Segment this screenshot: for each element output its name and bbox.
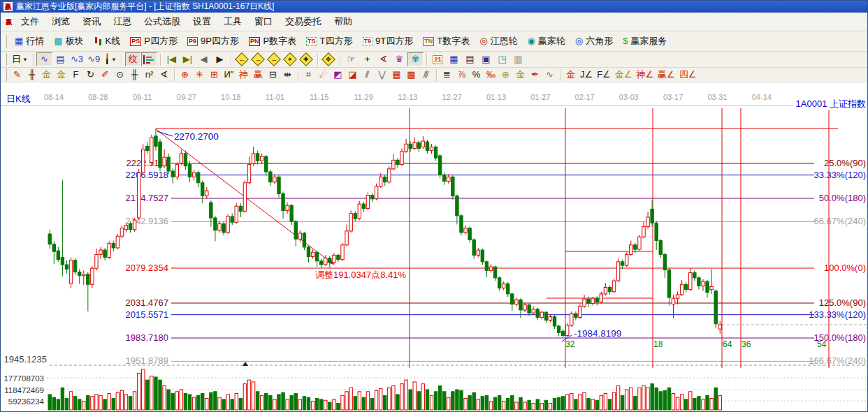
angle-measure-button[interactable]: ∢ — [375, 52, 391, 66]
zoom-expand-button[interactable]: ✚ — [298, 52, 314, 66]
gold-comb-2-button[interactable]: 金 — [54, 68, 68, 81]
brush-tool-button[interactable]: ✎ — [10, 68, 24, 81]
app-menu-icon[interactable]: 赢 — [4, 17, 13, 27]
gold-angle-button[interactable]: 金∠ — [613, 68, 635, 81]
percent-button[interactable]: % — [469, 68, 484, 81]
memo-note-button[interactable]: ▤ — [462, 52, 478, 66]
ladder-percent-button[interactable]: ≣ — [440, 68, 454, 81]
red-brush-button[interactable]: ✐ — [98, 68, 113, 81]
t-square-button[interactable]: TST四方形 — [301, 32, 357, 50]
menu-browse[interactable]: 浏览 — [45, 13, 76, 30]
menu-formula-stock-pick[interactable]: 公式选股 — [138, 13, 187, 30]
trend-rays-button[interactable]: ⫽ — [360, 68, 375, 81]
menu-window[interactable]: 窗口 — [248, 13, 279, 30]
period-day-button[interactable]: 日▼ — [10, 52, 30, 66]
j-angle-button[interactable]: J∠ — [578, 68, 595, 81]
menu-tools[interactable]: 工具 — [217, 13, 248, 30]
slant-lines-button[interactable]: ⫻ — [419, 68, 433, 81]
zigzag-view-button[interactable]: ∿ — [36, 52, 52, 66]
wave-9-button[interactable]: ∿9 — [85, 52, 102, 66]
crosshair-button[interactable]: + — [359, 52, 375, 66]
gann-wheel-button[interactable]: ◎江恩轮 — [475, 32, 522, 50]
price-grid-button[interactable]: ▦ — [389, 68, 404, 81]
gold-comb-1-button[interactable]: 金 — [39, 68, 54, 81]
zoom-all-button[interactable]: ✥ — [321, 52, 337, 66]
zoom-out-right-button[interactable]: → — [250, 52, 266, 66]
v-lines-button[interactable]: ⋁ — [375, 68, 389, 81]
gold-line-button[interactable]: 金 — [513, 68, 528, 81]
p-number-table-button[interactable]: PNP数字表 — [244, 32, 301, 50]
si-angle-button[interactable]: 四∠ — [677, 68, 699, 81]
web-export-button[interactable]: ◳ — [494, 52, 510, 66]
menu-trade-entrust[interactable]: 交易委托 — [279, 13, 328, 30]
candle-style-dropdown-arrow-icon[interactable]: ▼ — [111, 57, 117, 63]
winner-wheel-button[interactable]: ◉赢家轮 — [523, 32, 570, 50]
span-arrows-button[interactable]: ⇹ — [280, 68, 295, 81]
last-page-button[interactable]: ▶| — [180, 52, 196, 66]
9t-square-button[interactable]: T99T四方形 — [358, 32, 419, 50]
menu-settings[interactable]: 设置 — [187, 13, 217, 30]
zoom-horizontal-button[interactable]: ↔ — [266, 52, 282, 66]
calculator-button[interactable]: ▦ — [446, 52, 462, 66]
ying-angle-button[interactable]: 赢∠ — [656, 68, 677, 81]
zoom-out-left-button[interactable]: ← — [234, 52, 250, 66]
flag-pen-button[interactable]: ✒ — [528, 68, 542, 81]
page-left-button[interactable]: ◀ — [196, 52, 212, 66]
ray-fan-button[interactable]: ☄ — [316, 68, 331, 81]
save-disk-button[interactable]: ▣ — [478, 52, 494, 66]
spiral-tool-button[interactable]: ↻ — [83, 68, 98, 81]
9p-square-button[interactable]: P99P四方形 — [182, 32, 244, 50]
menu-gann[interactable]: 江恩 — [107, 13, 138, 30]
workstation-button[interactable]: ▥ — [510, 52, 526, 66]
winner-service-button[interactable]: $赢家服务 — [618, 32, 672, 50]
first-page-button[interactable]: |◀ — [164, 52, 180, 66]
sectors-button[interactable]: ▩板块 — [49, 32, 88, 50]
f-angle-button[interactable]: F∠ — [595, 68, 613, 81]
period-day-dropdown-arrow-icon[interactable]: ▼ — [22, 57, 28, 63]
time-circle-button[interactable]: ⊙ — [113, 68, 127, 81]
shen-angle-button[interactable]: 神∠ — [634, 68, 656, 81]
wave-band-button[interactable]: ∿ — [542, 68, 557, 81]
grid-square-button[interactable]: ⊞ — [207, 68, 222, 81]
kline-button[interactable]: K线 — [89, 32, 126, 50]
circle-cross-button[interactable]: ⊕ — [178, 68, 192, 81]
pulse-tool-button[interactable]: И″ — [222, 68, 236, 81]
t-number-table-button[interactable]: TNT数字表 — [418, 32, 475, 50]
volume-profile-button[interactable] — [141, 52, 157, 66]
hexagon-button[interactable]: ◎六角形 — [570, 32, 618, 50]
starburst-button[interactable]: ✳ — [192, 68, 207, 81]
gann-tool-button[interactable]: ♛ — [391, 52, 407, 66]
menu-file[interactable]: 文件 — [15, 13, 45, 30]
gold-angle-0-button[interactable]: 金 — [563, 68, 578, 81]
gold-circle-button[interactable]: ⊛ — [498, 68, 513, 81]
smart-analysis-button[interactable]: ✾ — [407, 52, 424, 66]
angle-ruler-button[interactable]: ∢ — [157, 68, 171, 81]
menu-news[interactable]: 资讯 — [76, 13, 107, 30]
grid-123-button[interactable]: ⊟ — [266, 68, 280, 81]
f-comb-button[interactable]: F — [68, 68, 83, 81]
candle-body — [375, 186, 377, 199]
page-right-button[interactable]: ▶ — [212, 52, 228, 66]
quotes-button[interactable]: ▦行情 — [10, 32, 49, 50]
menu-help[interactable]: 帮助 — [328, 13, 359, 30]
percent-tri-button[interactable]: ⅞ — [454, 68, 469, 81]
permille-button[interactable]: ‰ — [484, 68, 498, 81]
gann-comb-button[interactable]: ╫ — [24, 68, 39, 81]
wave-3-button[interactable]: ∿3 — [68, 52, 85, 66]
zoom-compress-button[interactable]: ✶ — [282, 52, 298, 66]
pattern-toggle-button[interactable]: 纹 — [125, 52, 141, 66]
calendar-21-button[interactable]: 21 — [430, 52, 446, 66]
box-fan-2-button[interactable]: ◪ — [345, 68, 360, 81]
scale-box-button[interactable]: ⌗ — [301, 68, 316, 81]
info-doc-button[interactable]: ▤ — [52, 52, 68, 66]
shen-grid-button[interactable]: 神 — [236, 68, 251, 81]
box-fan-button[interactable]: ◩ — [331, 68, 345, 81]
period-label[interactable]: 日K线 — [6, 93, 31, 105]
candle-style-button[interactable]: ╽▼ — [102, 52, 119, 66]
ying-grid-button[interactable]: 赢 — [251, 68, 266, 81]
drag-hand-button[interactable]: ☞ — [343, 52, 359, 66]
n-square-button[interactable]: n² — [142, 68, 157, 81]
price-grid-2-button[interactable]: ▩ — [404, 68, 419, 81]
comb-2-button[interactable]: ╫ — [127, 68, 142, 81]
p-square-button[interactable]: PSP四方形 — [125, 32, 182, 50]
